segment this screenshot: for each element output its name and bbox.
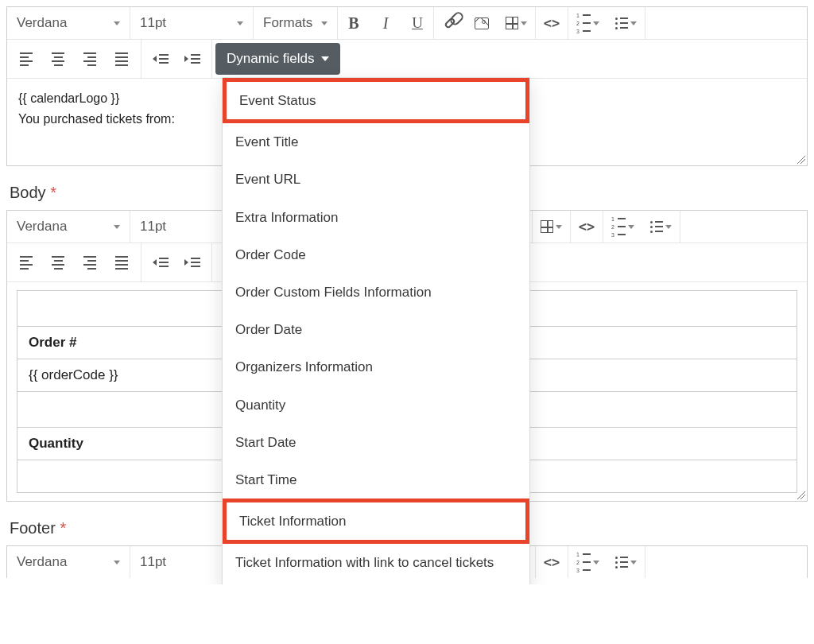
header-content[interactable]: {{ calendarLogo }} You purchased tickets… <box>7 78 807 165</box>
insert-group <box>434 7 536 39</box>
footer-label-text: Footer <box>10 519 56 537</box>
align-justify-button[interactable] <box>106 246 138 278</box>
header-toolbar-row2: Dynamic fields <box>7 40 807 78</box>
bullet-list-button[interactable] <box>642 211 680 242</box>
list-group: 123 <box>568 7 645 39</box>
chevron-down-icon <box>114 21 120 25</box>
code-button[interactable]: <> <box>536 7 568 39</box>
dropdown-item-ticket-info[interactable]: Ticket Information <box>223 499 529 544</box>
dropdown-item-order-code[interactable]: Order Code <box>223 236 529 274</box>
numbered-list-button[interactable]: 123 <box>603 211 642 242</box>
dropdown-item-order-date[interactable]: Order Date <box>223 311 529 348</box>
image-button[interactable] <box>466 7 498 39</box>
table-icon <box>506 17 518 29</box>
numbered-list-icon: 123 <box>576 552 591 573</box>
align-group <box>7 243 141 281</box>
outdent-button[interactable] <box>145 246 176 278</box>
formats-select-label: Formats <box>263 15 312 31</box>
dropdown-item-order-custom-fields[interactable]: Order Custom Fields Information <box>223 274 529 311</box>
chevron-down-icon <box>556 225 562 229</box>
code-group: <> <box>536 546 568 578</box>
dropdown-item-event-status[interactable]: Event Status <box>223 78 529 123</box>
resize-grip[interactable] <box>796 154 805 164</box>
dropdown-item-start-time[interactable]: Start Time <box>223 461 529 499</box>
align-center-icon <box>52 52 64 66</box>
dropdown-item-venue-address[interactable]: Venue Address <box>223 581 529 584</box>
table-button[interactable] <box>498 7 535 39</box>
align-left-button[interactable] <box>10 43 42 75</box>
image-icon <box>475 17 489 29</box>
dropdown-item-ticket-info-cancel[interactable]: Ticket Information with link to cancel t… <box>223 544 529 581</box>
fontsize-select-label: 11pt <box>140 15 166 31</box>
header-toolbar-row1: Verdana 11pt Formats B I U <> 123 <box>7 7 807 40</box>
fontsize-select[interactable]: 11pt <box>130 7 254 39</box>
resize-grip[interactable] <box>796 490 805 499</box>
bullet-list-button[interactable] <box>607 7 645 39</box>
font-select[interactable]: Verdana <box>7 7 130 39</box>
code-group: <> <box>536 7 568 39</box>
align-center-icon <box>52 256 64 270</box>
numbered-list-button[interactable]: 123 <box>568 546 607 578</box>
insert-group <box>532 211 571 242</box>
indent-group <box>141 40 212 78</box>
fontsize-select-label: 11pt <box>140 219 166 235</box>
formats-select[interactable]: Formats <box>254 7 338 39</box>
list-group: 123 <box>603 211 680 242</box>
align-group <box>7 40 141 78</box>
font-select[interactable]: Verdana <box>7 546 130 578</box>
align-left-icon <box>20 52 33 66</box>
chevron-down-icon <box>593 21 599 25</box>
chevron-down-icon <box>114 561 120 564</box>
dropdown-item-extra-info[interactable]: Extra Information <box>223 199 529 236</box>
numbered-list-button[interactable]: 123 <box>568 7 607 39</box>
align-justify-icon <box>115 256 128 270</box>
indent-button[interactable] <box>176 246 208 278</box>
align-justify-icon <box>115 52 128 66</box>
code-button[interactable]: <> <box>571 211 603 242</box>
align-right-button[interactable] <box>74 246 106 278</box>
body-label-text: Body <box>10 184 46 201</box>
code-icon: <> <box>544 15 560 31</box>
outdent-icon <box>153 258 169 267</box>
dropdown-item-event-url[interactable]: Event URL <box>223 161 529 198</box>
indent-group <box>141 243 212 281</box>
dropdown-item-organizers-info[interactable]: Organizers Information <box>223 348 529 386</box>
table-button[interactable] <box>533 211 570 242</box>
align-justify-button[interactable] <box>106 43 138 75</box>
align-right-button[interactable] <box>74 43 106 75</box>
chevron-down-icon <box>521 21 527 25</box>
text-style-group: B I U <box>338 7 434 39</box>
bullet-list-icon <box>615 557 628 568</box>
dynamic-fields-button[interactable]: Dynamic fields <box>215 43 340 75</box>
list-group: 123 <box>568 546 645 578</box>
chevron-down-icon <box>321 56 329 61</box>
dynamic-fields-dropdown: Event Status Event Title Event URL Extra… <box>222 77 530 584</box>
bold-button[interactable]: B <box>338 7 370 39</box>
chevron-down-icon <box>593 561 599 564</box>
table-icon <box>541 220 553 233</box>
italic-button[interactable]: I <box>370 7 401 39</box>
dropdown-item-start-date[interactable]: Start Date <box>223 424 529 461</box>
align-right-icon <box>83 52 96 66</box>
code-group: <> <box>571 211 603 242</box>
chevron-down-icon <box>630 561 637 564</box>
font-select-label: Verdana <box>17 15 67 31</box>
font-select[interactable]: Verdana <box>7 211 130 242</box>
underline-button[interactable]: U <box>401 7 433 39</box>
bullet-list-icon <box>650 221 663 233</box>
align-left-button[interactable] <box>10 246 42 278</box>
indent-icon <box>184 54 200 64</box>
bullet-list-button[interactable] <box>607 546 645 578</box>
code-icon: <> <box>544 554 560 570</box>
dropdown-item-event-title[interactable]: Event Title <box>223 123 529 161</box>
chevron-down-icon <box>630 21 637 25</box>
align-center-button[interactable] <box>42 246 74 278</box>
code-button[interactable]: <> <box>536 546 568 578</box>
indent-button[interactable] <box>176 43 208 75</box>
dropdown-item-quantity[interactable]: Quantity <box>223 386 529 424</box>
outdent-button[interactable] <box>145 43 176 75</box>
chevron-down-icon <box>665 225 672 229</box>
link-button[interactable] <box>434 7 466 39</box>
dynamic-fields-wrapper: Dynamic fields <box>212 40 343 78</box>
align-center-button[interactable] <box>42 43 74 75</box>
